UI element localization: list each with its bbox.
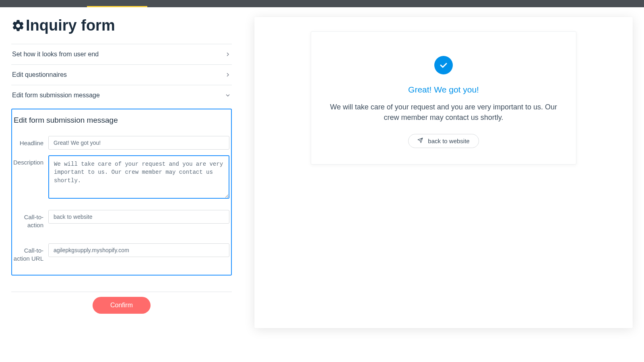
cta-url-input[interactable] [48, 243, 229, 257]
checkmark-icon [434, 56, 453, 74]
accordion-item-questionnaires[interactable]: Edit questionnaires [11, 64, 232, 85]
back-to-website-button[interactable]: back to website [408, 134, 479, 148]
paper-plane-icon [417, 138, 423, 144]
gear-icon [11, 19, 25, 33]
headline-label: Headline [13, 136, 48, 147]
panel-title: Edit form submission message [12, 116, 231, 130]
cta-input[interactable] [48, 210, 229, 224]
app-top-bar [0, 0, 644, 7]
preview-cta-label: back to website [428, 138, 469, 144]
preview-description: We will take care of your request and yo… [322, 102, 565, 123]
accordion-item-appearance[interactable]: Set how it looks from user end [11, 44, 232, 64]
preview-headline: Great! We got you! [322, 85, 565, 95]
cta-url-label: Call-to-action URL [13, 243, 48, 263]
description-label: Description [13, 155, 48, 167]
accordion-label: Set how it looks from user end [12, 51, 99, 58]
cta-label: Call-to-action [13, 210, 48, 230]
divider [11, 292, 232, 292]
page-title: Inquiry form [11, 17, 232, 34]
chevron-right-icon [225, 72, 231, 78]
headline-input[interactable] [48, 136, 229, 150]
main-layout: Inquiry form Set how it looks from user … [0, 7, 644, 344]
confirm-row: Confirm [11, 297, 232, 314]
confirm-button[interactable]: Confirm [93, 297, 151, 314]
submission-message-panel: Edit form submission message Headline De… [11, 109, 232, 276]
form-row-description: Description [12, 155, 231, 200]
preview-card: Great! We got you! We will take care of … [311, 31, 576, 165]
accordion-label: Edit questionnaires [12, 71, 67, 78]
settings-column: Inquiry form Set how it looks from user … [11, 17, 232, 314]
form-row-headline: Headline [12, 136, 231, 150]
page-title-text: Inquiry form [26, 17, 115, 34]
chevron-down-icon [225, 92, 231, 99]
chevron-right-icon [225, 51, 231, 58]
description-textarea[interactable] [48, 155, 229, 199]
accordion-item-submission-message[interactable]: Edit form submission message [11, 85, 232, 105]
preview-column: Great! We got you! We will take care of … [254, 17, 633, 328]
form-row-cta: Call-to-action [12, 210, 231, 230]
accordion-label: Edit form submission message [12, 92, 100, 99]
form-row-cta-url: Call-to-action URL [12, 243, 231, 263]
